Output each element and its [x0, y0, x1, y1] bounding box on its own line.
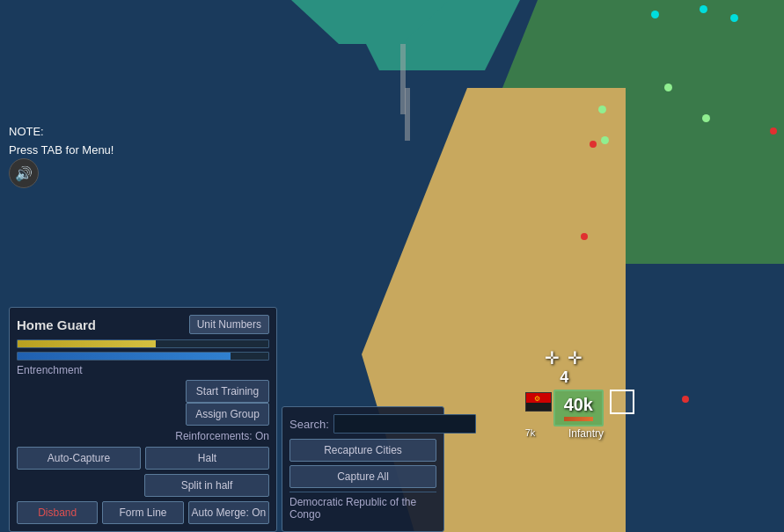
assign-group-button[interactable]: Assign Group: [186, 403, 269, 426]
map-dot: [730, 14, 738, 22]
unit-flag: ⚙: [525, 392, 552, 412]
search-input[interactable]: [333, 414, 476, 434]
halt-button[interactable]: Halt: [145, 447, 269, 470]
note-line2: Press TAB for Menu!: [9, 142, 114, 160]
unit-number: 4: [525, 368, 604, 387]
auto-merge-button[interactable]: Auto Merge: On: [188, 501, 269, 524]
unit-symbol: ✛ ✛: [525, 347, 604, 368]
map-dot: [682, 396, 689, 403]
map-dot: [651, 11, 659, 18]
map-dot: [664, 84, 672, 91]
start-training-button[interactable]: Start Training: [186, 380, 269, 403]
disband-button[interactable]: Disband: [17, 501, 98, 524]
note-line1: NOTE:: [9, 123, 114, 142]
sound-button-area[interactable]: 🔊: [9, 158, 39, 188]
unit-count-box: 40k: [553, 390, 604, 426]
health-bar-fill: [18, 340, 156, 347]
unit-type-label: Infantry: [568, 427, 604, 440]
panel-header: Home Guard Unit Numbers: [17, 315, 269, 334]
selection-indicator: [610, 390, 634, 414]
map-dot: [700, 5, 707, 13]
entrenchment-label: Entrenchment: [17, 364, 269, 376]
action-buttons-row: Start Training: [17, 380, 269, 403]
split-row: Split in half: [17, 474, 269, 497]
sound-icon: 🔊: [15, 165, 33, 182]
unit-count: 40k: [564, 395, 593, 415]
unit-numbers-button[interactable]: Unit Numbers: [189, 315, 269, 334]
form-line-button[interactable]: Form Line: [102, 501, 183, 524]
map-dot: [702, 114, 710, 122]
health-bar-container: [17, 339, 269, 348]
map-dot: [598, 106, 606, 113]
map-dot: [601, 136, 609, 144]
recapture-cities-button[interactable]: Recapture Cities: [289, 439, 436, 462]
unit-strength-num: 7k: [525, 427, 536, 440]
unit-map-display: ✛ ✛ 4 ⚙ 40k 7k Infantry: [525, 347, 604, 440]
search-result: Democratic Republic of the Congo: [289, 492, 436, 524]
map-dot: [590, 141, 597, 148]
assign-group-row: Assign Group: [17, 403, 269, 426]
entrenchment-bar-container: [17, 352, 269, 361]
search-row: Search:: [289, 414, 436, 434]
map-dot: [581, 233, 588, 240]
unit-strength-bar: [564, 417, 593, 421]
search-label: Search:: [289, 418, 329, 431]
auto-capture-button[interactable]: Auto-Capture: [17, 447, 141, 470]
mid-btn-row: Auto-Capture Halt: [17, 447, 269, 470]
unit-name: Home Guard: [17, 317, 96, 332]
unit-panel: Home Guard Unit Numbers Entrenchment Sta…: [9, 307, 277, 532]
search-panel: Search: Recapture Cities Capture All Dem…: [282, 406, 444, 532]
bottom-btn-row: Disband Form Line Auto Merge: On: [17, 501, 269, 524]
entrenchment-bar-fill: [18, 353, 231, 360]
reinforcements-status: Reinforcements: On: [17, 430, 269, 442]
capture-all-button[interactable]: Capture All: [289, 465, 436, 488]
split-button[interactable]: Split in half: [144, 474, 269, 497]
sound-toggle-button[interactable]: 🔊: [9, 158, 39, 188]
note-area: NOTE: Press TAB for Menu!: [9, 123, 114, 160]
map-dot: [770, 128, 777, 135]
